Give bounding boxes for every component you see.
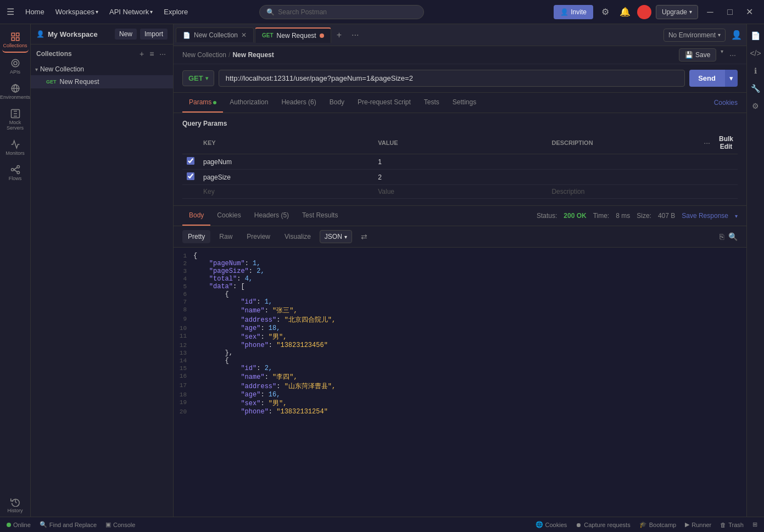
bulk-edit-button[interactable]: Bulk Edit — [719, 135, 733, 150]
sidebar-item-apis[interactable]: APIs — [2, 55, 29, 78]
line-number: 4 — [174, 275, 193, 282]
save-dropdown-icon: ▾ — [718, 48, 726, 61]
search-response-icon[interactable]: 🔍 — [728, 232, 738, 241]
code-line: 11 "sex": "男", — [174, 332, 746, 341]
tab-authorization[interactable]: Authorization — [223, 93, 275, 113]
nav-workspaces[interactable]: Workspaces ▾ — [51, 5, 103, 18]
line-number: 16 — [174, 372, 193, 379]
collection-header[interactable]: ▾ New Collection — [31, 63, 173, 75]
resp-tab-test-results[interactable]: Test Results — [295, 206, 344, 226]
tab-method-label: GET — [262, 32, 274, 38]
format-visualize[interactable]: Visualize — [279, 230, 316, 243]
collections-label: Collections — [3, 43, 27, 48]
rs-info-icon[interactable]: ℹ — [749, 64, 763, 78]
url-input[interactable] — [219, 70, 685, 87]
cookies-link[interactable]: Cookies — [714, 99, 738, 107]
cookies-button[interactable]: 🌐 Cookies — [536, 521, 567, 528]
rs-settings-icon[interactable]: ⚙ — [749, 99, 763, 113]
menu-icon[interactable]: ☰ — [7, 7, 14, 17]
line-number: 1 — [174, 252, 193, 259]
col-more-button[interactable]: ··· — [704, 138, 710, 147]
notifications-icon[interactable]: 🔔 — [617, 4, 633, 20]
add-tab-button[interactable]: + — [332, 28, 346, 42]
trash-button[interactable]: 🗑 Trash — [720, 522, 744, 528]
runner-label: Runner — [691, 522, 711, 528]
env-selector[interactable]: No Environment ▾ — [663, 29, 726, 42]
placeholder-key[interactable]: Key — [203, 188, 369, 195]
rs-code-icon[interactable]: </> — [749, 46, 763, 60]
tab-close-icon[interactable]: ✕ — [241, 31, 247, 39]
collection-name: New Collection — [40, 65, 84, 73]
save-button[interactable]: 💾 Save — [679, 48, 716, 61]
sidebar-item-monitors[interactable]: Monitors — [2, 136, 29, 159]
minimize-icon[interactable]: ─ — [702, 4, 718, 20]
invite-button[interactable]: 👤 Invite — [554, 5, 593, 19]
save-response-button[interactable]: Save Response — [682, 212, 728, 220]
nav-api-network[interactable]: API Network ▾ — [105, 5, 157, 18]
tab-headers[interactable]: Headers (6) — [275, 93, 322, 113]
capture-requests-button[interactable]: ⏺ Capture requests — [576, 522, 630, 528]
layout-toggle[interactable]: ⊞ — [752, 521, 757, 528]
avatar[interactable] — [637, 5, 651, 19]
filter-icon[interactable]: ≡ — [148, 48, 155, 60]
console-button[interactable]: ▣ Console — [105, 521, 135, 528]
maximize-icon[interactable]: □ — [722, 4, 738, 20]
format-raw[interactable]: Raw — [214, 230, 238, 243]
sidebar-item-history[interactable]: History — [2, 494, 29, 517]
tab-new-collection[interactable]: 📄 New Collection ✕ — [176, 27, 254, 42]
placeholder-description[interactable]: Description — [551, 188, 695, 195]
add-collection-icon[interactable]: + — [138, 48, 146, 60]
settings-icon[interactable]: ⚙ — [598, 4, 613, 20]
placeholder-value[interactable]: Value — [378, 188, 543, 195]
nav-explore[interactable]: Explore — [159, 5, 192, 18]
resp-tab-body[interactable]: Body — [182, 206, 210, 226]
bootcamp-button[interactable]: 🎓 Bootcamp — [639, 521, 677, 528]
online-status[interactable]: Online — [7, 522, 31, 528]
tab-new-request[interactable]: GET New Request — [255, 27, 331, 43]
tab-body[interactable]: Body — [323, 93, 351, 113]
close-icon[interactable]: ✕ — [742, 4, 757, 20]
format-pretty[interactable]: Pretty — [182, 230, 210, 243]
more-options-icon[interactable]: ··· — [158, 48, 168, 60]
tab-tests[interactable]: Tests — [417, 93, 446, 113]
tab-settings[interactable]: Settings — [446, 93, 483, 113]
format-preview[interactable]: Preview — [241, 230, 276, 243]
wrap-button[interactable]: ⇄ — [355, 229, 373, 244]
request-item[interactable]: GET New Request — [31, 75, 173, 88]
tab-more-button[interactable]: ··· — [347, 28, 363, 42]
nav-home[interactable]: Home — [21, 5, 49, 18]
resp-tab-cookies[interactable]: Cookies — [210, 206, 247, 226]
line-content: "sex": "男", — [193, 332, 287, 341]
send-dropdown-button[interactable]: ▾ — [724, 70, 738, 87]
query-params-title: Query Params — [182, 120, 738, 127]
language-selector[interactable]: JSON ▾ — [320, 230, 352, 243]
more-actions-button[interactable]: ··· — [728, 48, 738, 61]
line-number: 19 — [174, 399, 193, 406]
find-replace-button[interactable]: 🔍 Find and Replace — [40, 521, 97, 528]
search-bar[interactable]: 🔍 Search Postman — [259, 5, 424, 19]
sidebar-item-flows[interactable]: Flows — [2, 161, 29, 184]
tab-params[interactable]: Params — [182, 93, 223, 113]
upgrade-button[interactable]: Upgrade ▾ — [656, 5, 698, 19]
send-button[interactable]: Send — [689, 70, 724, 87]
breadcrumb-parent[interactable]: New Collection — [182, 51, 226, 59]
rs-wrench-icon[interactable]: 🔧 — [749, 81, 763, 96]
query-params-section: Query Params KEY VALUE DESCRIPTION ··· B… — [174, 113, 746, 205]
sidebar-item-mock-servers[interactable]: Mock Servers — [2, 105, 29, 134]
line-content: { — [193, 357, 229, 365]
param-checkbox-2[interactable] — [187, 172, 194, 180]
runner-button[interactable]: ▶ Runner — [685, 521, 711, 528]
svg-rect-2 — [12, 38, 14, 41]
sidebar-item-collections[interactable]: Collections — [2, 29, 29, 53]
sidebar-item-environments[interactable]: Environments — [2, 80, 29, 103]
copy-icon[interactable]: ⎘ — [720, 232, 724, 241]
param-checkbox-1[interactable] — [187, 157, 194, 165]
account-icon[interactable]: 👤 — [729, 27, 744, 43]
new-button[interactable]: New — [115, 29, 137, 40]
save-response-chevron-icon[interactable]: ▾ — [735, 213, 738, 219]
tab-pre-request-script[interactable]: Pre-request Script — [351, 93, 417, 113]
resp-tab-headers[interactable]: Headers (5) — [248, 206, 295, 226]
rs-doc-icon[interactable]: 📄 — [749, 29, 763, 43]
method-selector[interactable]: GET ▾ — [182, 70, 214, 86]
import-button[interactable]: Import — [140, 29, 168, 40]
